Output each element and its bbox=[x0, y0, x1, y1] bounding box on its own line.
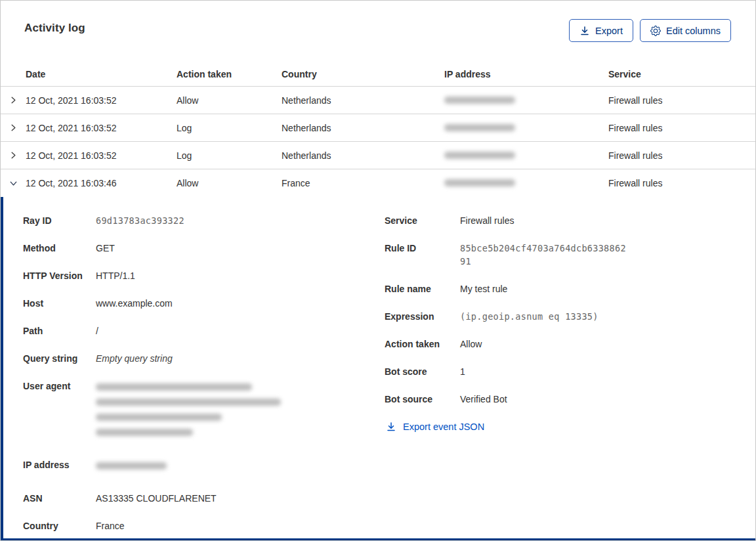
redacted-line bbox=[96, 399, 281, 406]
cell-country: Netherlands bbox=[282, 95, 444, 106]
detail-field-label: Host bbox=[23, 297, 96, 310]
column-header-action: Action taken bbox=[177, 69, 282, 79]
detail-right-column: Service Firewall rules Rule ID 85bce5b20… bbox=[385, 214, 755, 434]
download-icon bbox=[579, 26, 590, 36]
column-header-country: Country bbox=[282, 69, 444, 79]
redacted-value bbox=[96, 458, 167, 477]
detail-field: Rule ID 85bce5b204cf4703a764dcb633886291 bbox=[385, 242, 755, 268]
detail-field-label: HTTP Version bbox=[23, 269, 96, 282]
gear-icon bbox=[650, 26, 661, 36]
table-row[interactable]: 12 Oct, 2021 16:03:52 Log Netherlands Fi… bbox=[1, 114, 755, 142]
detail-field-label: Bot score bbox=[385, 365, 460, 378]
redacted-ip-value bbox=[444, 97, 515, 104]
detail-field: Query string Empty query string bbox=[23, 352, 385, 365]
detail-field: Method GET bbox=[23, 242, 385, 255]
export-event-json-link[interactable]: Export event JSON bbox=[386, 422, 484, 432]
detail-field: Action taken Allow bbox=[385, 337, 755, 351]
detail-field-label: Query string bbox=[23, 352, 96, 365]
cell-date: 12 Oct, 2021 16:03:46 bbox=[26, 178, 177, 188]
cell-service: Firewall rules bbox=[608, 150, 755, 161]
cell-action: Allow bbox=[177, 178, 282, 188]
detail-field-value: 85bce5b204cf4703a764dcb633886291 bbox=[460, 242, 629, 268]
detail-field: Service Firewall rules bbox=[385, 214, 755, 227]
detail-field-label: Path bbox=[23, 324, 96, 337]
event-detail-panel: Ray ID 69d13783ac393322 Method GET HTTP … bbox=[1, 197, 755, 538]
edit-columns-button-label: Edit columns bbox=[666, 26, 721, 36]
detail-field-value: www.example.com bbox=[96, 297, 173, 310]
redacted-line bbox=[96, 414, 222, 421]
edit-columns-button[interactable]: Edit columns bbox=[640, 19, 731, 42]
cell-date: 12 Oct, 2021 16:03:52 bbox=[26, 95, 177, 106]
detail-field-value: France bbox=[96, 519, 125, 532]
cell-ip bbox=[444, 178, 608, 188]
activity-log-panel: Activity log Export Edit columns bbox=[0, 0, 756, 541]
chevron-right-icon[interactable] bbox=[1, 87, 26, 114]
table-header-row: Date Action taken Country IP address Ser… bbox=[1, 53, 755, 87]
cell-country: France bbox=[282, 178, 444, 188]
detail-field-value: 69d13783ac393322 bbox=[96, 214, 184, 227]
cell-service: Firewall rules bbox=[608, 178, 755, 188]
detail-field-value: Verified Bot bbox=[460, 393, 629, 406]
detail-field-value: My test rule bbox=[460, 282, 629, 295]
cell-service: Firewall rules bbox=[608, 95, 755, 106]
detail-field-label: Country bbox=[23, 519, 96, 532]
table-row[interactable]: 12 Oct, 2021 16:03:46 Allow France Firew… bbox=[1, 169, 755, 197]
export-button-label: Export bbox=[595, 26, 623, 36]
chevron-down-icon[interactable] bbox=[1, 169, 26, 197]
detail-field: Path / bbox=[23, 324, 385, 337]
detail-field-value: AS13335 CLOUDFLARENET bbox=[96, 492, 217, 505]
detail-field-label: Rule name bbox=[385, 282, 460, 295]
detail-field-label: ASN bbox=[23, 492, 96, 505]
table-row[interactable]: 12 Oct, 2021 16:03:52 Log Netherlands Fi… bbox=[1, 142, 755, 169]
chevron-right-icon[interactable] bbox=[1, 114, 26, 141]
detail-field-value: Empty query string bbox=[96, 352, 173, 365]
detail-field-value: / bbox=[96, 324, 98, 337]
bottom-accent-bar bbox=[1, 538, 755, 540]
cell-country: Netherlands bbox=[282, 123, 444, 133]
detail-field-label: Service bbox=[385, 214, 460, 227]
redacted-line bbox=[96, 383, 252, 391]
table-body: 12 Oct, 2021 16:03:52 Allow Netherlands … bbox=[1, 87, 755, 197]
detail-field-label: Ray ID bbox=[23, 214, 96, 227]
column-header-date: Date bbox=[26, 69, 177, 79]
detail-field: User agent bbox=[23, 379, 385, 444]
detail-field-label: Method bbox=[23, 242, 96, 255]
redacted-line bbox=[96, 429, 193, 436]
detail-field: Country France bbox=[23, 519, 385, 532]
column-header-ip-address: IP address bbox=[444, 69, 608, 79]
detail-field-label: Rule ID bbox=[385, 242, 460, 255]
detail-field-label: Action taken bbox=[385, 337, 460, 351]
detail-left-column: Ray ID 69d13783ac393322 Method GET HTTP … bbox=[23, 214, 385, 538]
detail-field: Expression (ip.geoip.asnum eq 13335) bbox=[385, 310, 755, 323]
chevron-right-icon[interactable] bbox=[1, 142, 26, 169]
detail-field: Bot score 1 bbox=[385, 365, 755, 378]
cell-date: 12 Oct, 2021 16:03:52 bbox=[26, 123, 177, 133]
cell-action: Allow bbox=[177, 95, 282, 106]
detail-field-value: (ip.geoip.asnum eq 13335) bbox=[460, 310, 629, 323]
toolbar: Export Edit columns bbox=[569, 19, 731, 42]
table-row[interactable]: 12 Oct, 2021 16:03:52 Allow Netherlands … bbox=[1, 87, 755, 114]
cell-service: Firewall rules bbox=[608, 123, 755, 133]
detail-field-label: Expression bbox=[385, 310, 460, 323]
cell-date: 12 Oct, 2021 16:03:52 bbox=[26, 150, 177, 161]
column-header-service: Service bbox=[608, 69, 755, 79]
detail-field: ASN AS13335 CLOUDFLARENET bbox=[23, 492, 385, 505]
detail-field: Host www.example.com bbox=[23, 297, 385, 310]
detail-field-label: User agent bbox=[23, 379, 96, 393]
detail-field-value: GET bbox=[96, 242, 115, 255]
cell-ip bbox=[444, 150, 608, 161]
cell-country: Netherlands bbox=[282, 150, 444, 161]
redacted-line bbox=[96, 462, 167, 469]
detail-field-value: Firewall rules bbox=[460, 214, 629, 227]
download-icon bbox=[386, 422, 396, 432]
redacted-ip-value bbox=[444, 124, 515, 131]
detail-field-value: HTTP/1.1 bbox=[96, 269, 135, 282]
detail-field-value: Allow bbox=[460, 337, 629, 351]
redacted-value bbox=[96, 379, 281, 444]
page-title: Activity log bbox=[24, 19, 85, 35]
export-button[interactable]: Export bbox=[569, 19, 633, 42]
header-bar: Activity log Export Edit columns bbox=[1, 1, 755, 42]
redacted-ip-value bbox=[444, 179, 515, 186]
detail-field: IP address bbox=[23, 458, 385, 477]
redacted-ip-value bbox=[444, 152, 515, 159]
